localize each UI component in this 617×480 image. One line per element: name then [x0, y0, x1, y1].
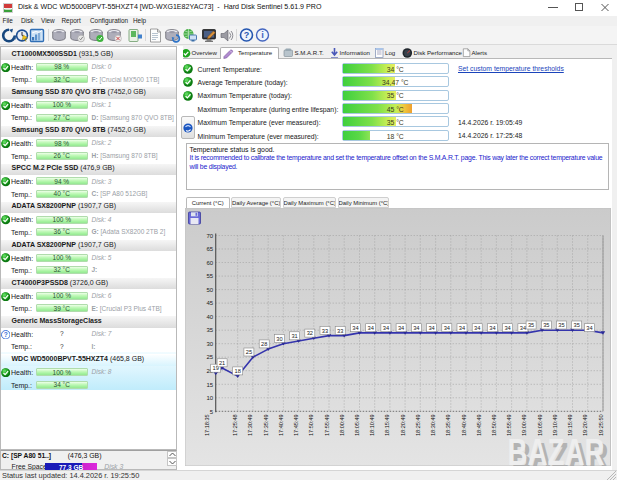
svg-text:30: 30 — [207, 341, 214, 347]
svg-text:34: 34 — [459, 325, 465, 331]
svg-text:?: ? — [3, 331, 7, 338]
svg-text:35: 35 — [574, 322, 580, 328]
svg-text:?: ? — [244, 30, 250, 40]
svg-text:17:55:49: 17:55:49 — [324, 414, 330, 436]
svg-text:18:40:49: 18:40:49 — [461, 414, 467, 436]
svg-text:33: 33 — [337, 328, 343, 334]
svg-text:34: 34 — [413, 325, 419, 331]
svg-text:30: 30 — [276, 336, 282, 342]
svg-text:50: 50 — [207, 287, 214, 293]
svg-text:35: 35 — [543, 322, 549, 328]
svg-text:18:15:49: 18:15:49 — [384, 414, 390, 436]
svg-text:34: 34 — [474, 325, 480, 331]
svg-text:55: 55 — [207, 273, 214, 279]
svg-text:17:18:35: 17:18:35 — [204, 414, 210, 436]
svg-text:18:05:49: 18:05:49 — [354, 414, 360, 436]
svg-text:45: 45 — [207, 300, 214, 306]
svg-text:35: 35 — [558, 322, 564, 328]
svg-text:17:50:49: 17:50:49 — [308, 414, 314, 436]
svg-text:18:35:49: 18:35:49 — [445, 414, 451, 436]
svg-text:18:25:49: 18:25:49 — [415, 414, 421, 436]
svg-text:35: 35 — [207, 327, 214, 333]
svg-text:18:50:49: 18:50:49 — [491, 414, 497, 436]
svg-text:25: 25 — [246, 349, 252, 355]
svg-text:18:20:49: 18:20:49 — [400, 414, 406, 436]
svg-text:i: i — [261, 29, 264, 40]
svg-text:34: 34 — [504, 325, 510, 331]
svg-text:65: 65 — [207, 246, 214, 252]
svg-text:15: 15 — [207, 382, 214, 388]
svg-text:25: 25 — [207, 354, 214, 360]
svg-text:34: 34 — [352, 325, 358, 331]
svg-text:17:40:49: 17:40:49 — [278, 414, 284, 436]
svg-text:33: 33 — [322, 328, 328, 334]
svg-text:18:30:49: 18:30:49 — [430, 414, 436, 436]
svg-text:34: 34 — [489, 325, 495, 331]
svg-text:17:35:49: 17:35:49 — [263, 414, 269, 436]
svg-text:34: 34 — [444, 325, 450, 331]
svg-text:34: 34 — [586, 325, 592, 331]
svg-text:40: 40 — [207, 314, 214, 320]
svg-text:34: 34 — [398, 325, 404, 331]
svg-text:35: 35 — [528, 322, 534, 328]
svg-text:34: 34 — [383, 325, 389, 331]
svg-text:34: 34 — [428, 325, 434, 331]
svg-text:BAZAR: BAZAR — [508, 432, 605, 467]
svg-text:32: 32 — [307, 330, 313, 336]
svg-text:21: 21 — [219, 360, 225, 366]
svg-text:10: 10 — [207, 395, 214, 401]
svg-text:31: 31 — [291, 333, 297, 339]
svg-text:70: 70 — [207, 233, 214, 239]
svg-text:60: 60 — [207, 260, 214, 266]
svg-text:18: 18 — [235, 368, 241, 374]
svg-text:34: 34 — [520, 325, 526, 331]
svg-text:18:45:49: 18:45:49 — [476, 414, 482, 436]
svg-text:18:10:49: 18:10:49 — [369, 414, 375, 436]
svg-text:34: 34 — [368, 325, 374, 331]
svg-text:17:30:49: 17:30:49 — [247, 414, 253, 436]
svg-text:17:45:49: 17:45:49 — [293, 414, 299, 436]
svg-text:18:00:49: 18:00:49 — [339, 414, 345, 436]
svg-text:28: 28 — [261, 341, 267, 347]
svg-text:17:25:48: 17:25:48 — [232, 414, 238, 436]
